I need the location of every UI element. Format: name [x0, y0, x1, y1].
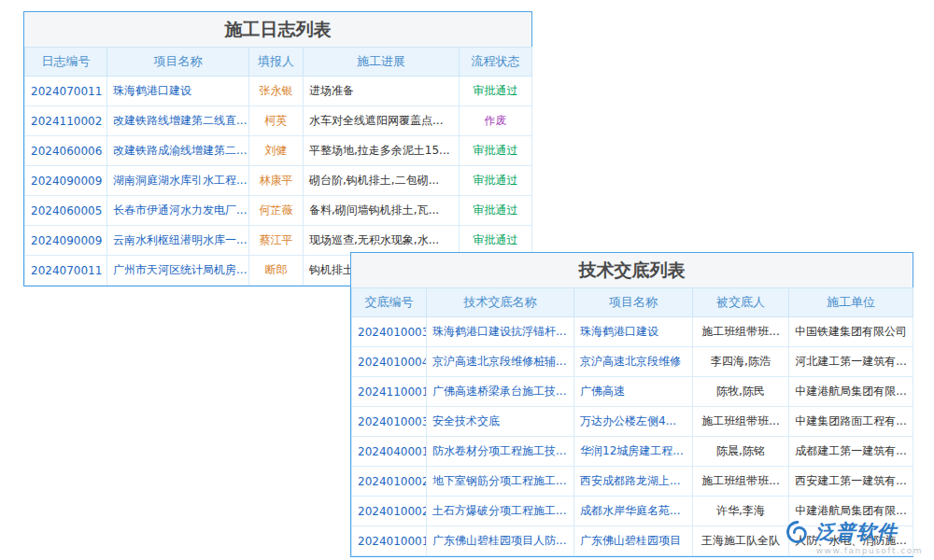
- table-cell: 陈晨,陈铭: [693, 437, 789, 467]
- table-cell: 中建港航局集团有限...: [789, 377, 913, 407]
- table-cell: 审批通过: [460, 196, 532, 226]
- table-cell: 砌台阶,钩机排土,二包砌...: [304, 166, 460, 196]
- table-cell: 张永银: [249, 77, 304, 106]
- table-cell: 西安建工第一建筑有...: [789, 467, 913, 497]
- tech-disclosure-header-row: 交底编号技术交底名称项目名称被交底人施工单位: [352, 288, 913, 317]
- cell-link[interactable]: 珠海鹤港口建设: [574, 317, 693, 347]
- cell-link[interactable]: 2024070011: [25, 77, 107, 106]
- cell-link[interactable]: 2024110001: [352, 377, 427, 407]
- table-cell: 何芷薇: [249, 196, 304, 226]
- cell-link[interactable]: 广佛高速: [574, 377, 693, 407]
- cell-link[interactable]: 2024060006: [25, 136, 107, 166]
- table-row: 2024090009云南水利枢纽潜明水库一...蔡江平现场巡查,无积水现象,水.…: [25, 226, 532, 256]
- cell-link[interactable]: 2024060005: [25, 196, 107, 226]
- column-header: 项目名称: [107, 48, 249, 77]
- table-row: 2024110002改建铁路线增建第二线直...柯英水车对全线遮阳网覆盖点...…: [25, 106, 532, 136]
- cell-link[interactable]: 安全技术交底: [427, 407, 574, 437]
- cell-link[interactable]: 改建铁路成渝线增建第二...: [107, 136, 249, 166]
- construction-log-table: 日志编号项目名称填报人施工进展流程状态 2024070011珠海鹤港口建设张永银…: [24, 47, 532, 286]
- construction-log-title: 施工日志列表: [24, 12, 531, 47]
- cell-link[interactable]: 广东佛山碧桂园项目: [574, 526, 693, 556]
- table-row: 2024010002地下室钢筋分项工程施工...西安成都路龙湖上...施工班组带…: [352, 467, 913, 497]
- cell-link[interactable]: 防水卷材分项工程施工技...: [427, 437, 574, 467]
- cell-link[interactable]: 广东佛山碧桂园项目人防...: [427, 526, 574, 556]
- table-cell: 李四海,陈浩: [693, 347, 789, 377]
- cell-link[interactable]: 改建铁路线增建第二线直...: [107, 106, 249, 136]
- table-cell: 水车对全线遮阳网覆盖点...: [304, 106, 460, 136]
- table-cell: 王海施工队全队: [693, 526, 789, 556]
- column-header: 流程状态: [460, 48, 532, 77]
- table-cell: 蔡江平: [249, 226, 304, 256]
- cell-link[interactable]: 广州市天河区统计局机房...: [107, 256, 249, 286]
- cell-link[interactable]: 2024010003: [352, 317, 427, 347]
- column-header: 填报人: [249, 48, 304, 77]
- cell-link[interactable]: 2024010004: [352, 347, 427, 377]
- cell-link[interactable]: 长春市伊通河水力发电厂...: [107, 196, 249, 226]
- column-header: 项目名称: [574, 288, 693, 317]
- fanpu-brand-text: 泛普软件: [815, 519, 898, 545]
- cell-link[interactable]: 成都水岸华庭名苑...: [574, 497, 693, 526]
- table-row: 2024060005长春市伊通河水力发电厂...何芷薇备料,砌间墙钩机排土,瓦.…: [25, 196, 532, 226]
- table-row: 2024070011珠海鹤港口建设张永银进场准备审批通过: [25, 77, 532, 106]
- cell-link[interactable]: 2024010002: [352, 467, 427, 497]
- cell-link[interactable]: 2024010003: [352, 407, 427, 437]
- cell-link[interactable]: 珠海鹤港口建设: [107, 77, 249, 106]
- cell-link[interactable]: 京沪高速北京段维修: [574, 347, 693, 377]
- table-row: 2024060006改建铁路成渝线增建第二...刘健平整场地,拉走多余泥土15.…: [25, 136, 532, 166]
- table-cell: 陈牧,陈民: [693, 377, 789, 407]
- tech-disclosure-table: 交底编号技术交底名称项目名称被交底人施工单位 2024010003珠海鹤港口建设…: [351, 287, 913, 556]
- cell-link[interactable]: 2024070011: [25, 256, 107, 286]
- fanpu-swirl-icon: [785, 519, 811, 545]
- table-cell: 施工班组带班...: [693, 317, 789, 347]
- fanpu-logo: 泛普软件 www.fanpusoft.com: [785, 519, 923, 555]
- cell-link[interactable]: 万达办公楼左侧4...: [574, 407, 693, 437]
- cell-link[interactable]: 西安成都路龙湖上...: [574, 467, 693, 497]
- table-cell: 审批通过: [460, 77, 532, 106]
- table-cell: 审批通过: [460, 136, 532, 166]
- table-row: 2024010004京沪高速北京段维修桩辅...京沪高速北京段维修李四海,陈浩河…: [352, 347, 913, 377]
- cell-link[interactable]: 京沪高速北京段维修桩辅...: [427, 347, 574, 377]
- cell-link[interactable]: 华润12城房建工程...: [574, 437, 693, 467]
- cell-link[interactable]: 2024090009: [25, 166, 107, 196]
- table-cell: 断郎: [249, 256, 304, 286]
- column-header: 技术交底名称: [427, 288, 574, 317]
- table-cell: 刘健: [249, 136, 304, 166]
- table-cell: 施工班组带班...: [693, 467, 789, 497]
- table-cell: 成都建工第一建筑有...: [789, 437, 913, 467]
- cell-link[interactable]: 珠海鹤港口建设抗浮锚杆...: [427, 317, 574, 347]
- cell-link[interactable]: 云南水利枢纽潜明水库一...: [107, 226, 249, 256]
- table-cell: 中国铁建集团有限公司: [789, 317, 913, 347]
- table-row: 2024010003珠海鹤港口建设抗浮锚杆...珠海鹤港口建设施工班组带班...…: [352, 317, 913, 347]
- fanpu-site-text: www.fanpusoft.com: [785, 546, 923, 555]
- cell-link[interactable]: 广佛高速桥梁承台施工技...: [427, 377, 574, 407]
- table-cell: 进场准备: [304, 77, 460, 106]
- tech-disclosure-title: 技术交底列表: [351, 253, 913, 287]
- cell-link[interactable]: 2024090009: [25, 226, 107, 256]
- cell-link[interactable]: 土石方爆破分项工程施工...: [427, 497, 574, 526]
- table-cell: 现场巡查,无积水现象,水...: [304, 226, 460, 256]
- construction-log-header-row: 日志编号项目名称填报人施工进展流程状态: [25, 48, 532, 77]
- table-row: 2024040001防水卷材分项工程施工技...华润12城房建工程...陈晨,陈…: [352, 437, 913, 467]
- table-cell: 审批通过: [460, 226, 532, 256]
- cell-link[interactable]: 湖南洞庭湖水库引水工程...: [107, 166, 249, 196]
- cell-link[interactable]: 2024040001: [352, 437, 427, 467]
- column-header: 交底编号: [352, 288, 427, 317]
- table-cell: 审批通过: [460, 166, 532, 196]
- tech-disclosure-window: 技术交底列表 交底编号技术交底名称项目名称被交底人施工单位 2024010003…: [350, 252, 913, 557]
- cell-link[interactable]: 地下室钢筋分项工程施工...: [427, 467, 574, 497]
- table-row: 2024110001广佛高速桥梁承台施工技...广佛高速陈牧,陈民中建港航局集团…: [352, 377, 913, 407]
- table-cell: 备料,砌间墙钩机排土,瓦...: [304, 196, 460, 226]
- table-cell: 河北建工第一建筑有...: [789, 347, 913, 377]
- table-cell: 许华,李海: [693, 497, 789, 526]
- table-cell: 作废: [460, 106, 532, 136]
- construction-log-window: 施工日志列表 日志编号项目名称填报人施工进展流程状态 2024070011珠海鹤…: [23, 11, 532, 287]
- table-cell: 林康平: [249, 166, 304, 196]
- table-cell: 中建集团路面工程有...: [789, 407, 913, 437]
- cell-link[interactable]: 2024010001: [352, 526, 427, 556]
- column-header: 被交底人: [693, 288, 789, 317]
- cell-link[interactable]: 2024010002: [352, 497, 427, 526]
- table-row: 2024090009湖南洞庭湖水库引水工程...林康平砌台阶,钩机排土,二包砌.…: [25, 166, 532, 196]
- column-header: 施工单位: [789, 288, 913, 317]
- column-header: 施工进展: [304, 48, 460, 77]
- cell-link[interactable]: 2024110002: [25, 106, 107, 136]
